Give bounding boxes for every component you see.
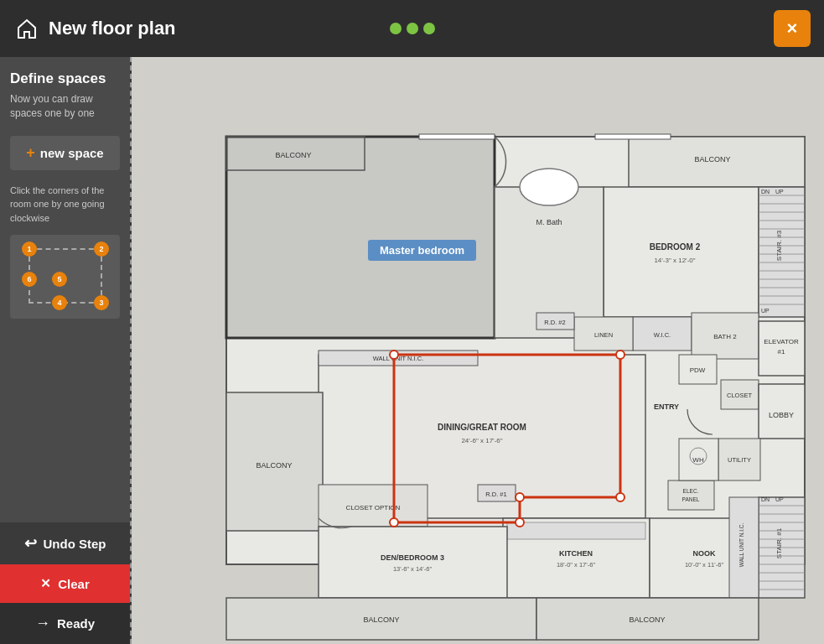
svg-text:NOOK: NOOK [693,549,717,558]
svg-rect-106 [419,134,495,139]
svg-text:UP: UP [775,189,784,195]
svg-point-100 [390,351,398,359]
svg-point-104 [616,493,624,501]
undo-button[interactable]: ↩ Undo Step [0,522,130,564]
svg-text:BALCONY: BALCONY [363,615,399,624]
svg-text:BATH 2: BATH 2 [713,333,737,340]
svg-rect-7 [604,187,759,317]
arrow-icon: → [35,615,50,632]
corner-3: 3 [94,295,109,310]
svg-text:WALL UNIT N.I.C.: WALL UNIT N.I.C. [738,523,744,568]
svg-text:UTILITY: UTILITY [728,456,751,464]
svg-text:PDW: PDW [690,366,706,374]
svg-text:ELEC.: ELEC. [683,488,699,494]
corner-6: 6 [22,272,37,287]
svg-text:DN: DN [761,189,770,195]
svg-text:PANEL: PANEL [682,496,700,502]
svg-text:ELEVATOR: ELEVATOR [764,338,799,345]
ready-label: Ready [57,616,95,631]
svg-text:CLOSET: CLOSET [727,392,752,399]
page-title: New floor plan [49,18,176,39]
svg-text:BALCONY: BALCONY [275,151,311,159]
svg-rect-107 [595,134,671,139]
svg-text:13'-6" x 14'-6": 13'-6" x 14'-6" [393,565,432,573]
svg-point-101 [616,351,624,359]
define-subtitle: Now you can draw spaces one by one [10,92,120,121]
svg-text:#1: #1 [778,348,785,356]
plus-icon: + [26,144,35,162]
diagram-area: 1 2 3 4 5 6 [10,235,120,319]
svg-text:BALCONY: BALCONY [629,615,665,624]
undo-label: Undo Step [44,537,106,551]
svg-text:BALCONY: BALCONY [694,155,730,164]
svg-rect-88 [319,527,507,598]
svg-text:W.I.C.: W.I.C. [654,331,671,339]
define-title: Define spaces [10,70,120,87]
svg-text:LINEN: LINEN [594,331,613,339]
floorplan-area[interactable]: BALCONY BALCONY BEDROOM 2 14'-3" x 12'-0… [132,57,824,644]
header: New floor plan × [0,0,824,57]
svg-text:BALCONY: BALCONY [256,461,292,470]
svg-text:STAIR. #1: STAIR. #1 [775,527,783,558]
corner-1: 1 [22,242,37,257]
status-dots [390,23,435,34]
svg-text:UP: UP [775,496,784,502]
svg-point-28 [520,169,578,205]
sidebar-bottom: ↩ Undo Step ✕ Clear → Ready [0,522,130,644]
svg-rect-80 [668,480,714,510]
svg-text:18'-0" x 17'-6": 18'-0" x 17'-6" [557,561,595,569]
home-icon [13,15,40,42]
dot-2 [407,23,418,34]
svg-text:UP: UP [761,308,770,314]
clear-button[interactable]: ✕ Clear [0,564,130,603]
svg-text:KITCHEN: KITCHEN [559,549,593,558]
dot-3 [423,23,435,34]
svg-text:14'-3" x 12'-0": 14'-3" x 12'-0" [654,257,695,264]
svg-text:BEDROOM 2: BEDROOM 2 [650,242,701,252]
x-icon: ✕ [40,576,51,591]
svg-text:CLOSET OPTION: CLOSET OPTION [346,504,401,512]
svg-text:M. Bath: M. Bath [536,218,562,226]
clear-label: Clear [58,577,90,591]
dot-1 [390,23,402,34]
svg-text:WH: WH [692,456,704,464]
new-space-label: new space [40,146,104,160]
main-content: Define spaces Now you can draw spaces on… [0,57,824,644]
svg-point-105 [516,493,524,501]
undo-icon: ↩ [24,534,37,553]
sidebar: Define spaces Now you can draw spaces on… [0,57,130,644]
svg-rect-61 [507,522,645,539]
instruction-text: Click the corners of the room one by one… [10,184,120,226]
svg-text:DN: DN [761,496,770,502]
svg-point-103 [516,518,524,527]
svg-text:10'-0" x 11'-6": 10'-0" x 11'-6" [685,561,723,569]
svg-text:DEN/BEDROOM 3: DEN/BEDROOM 3 [381,553,444,562]
corner-4: 4 [52,295,67,310]
svg-point-102 [390,518,398,527]
ready-button[interactable]: → Ready [0,603,130,644]
corner-5: 5 [52,272,67,287]
close-button[interactable]: × [774,10,811,47]
corner-2: 2 [94,242,109,257]
svg-text:LOBBY: LOBBY [769,411,794,419]
svg-text:ENTRY: ENTRY [654,402,679,411]
svg-text:R.D. #2: R.D. #2 [544,319,565,326]
new-space-button[interactable]: + new space [10,136,120,170]
svg-rect-2 [226,137,495,338]
